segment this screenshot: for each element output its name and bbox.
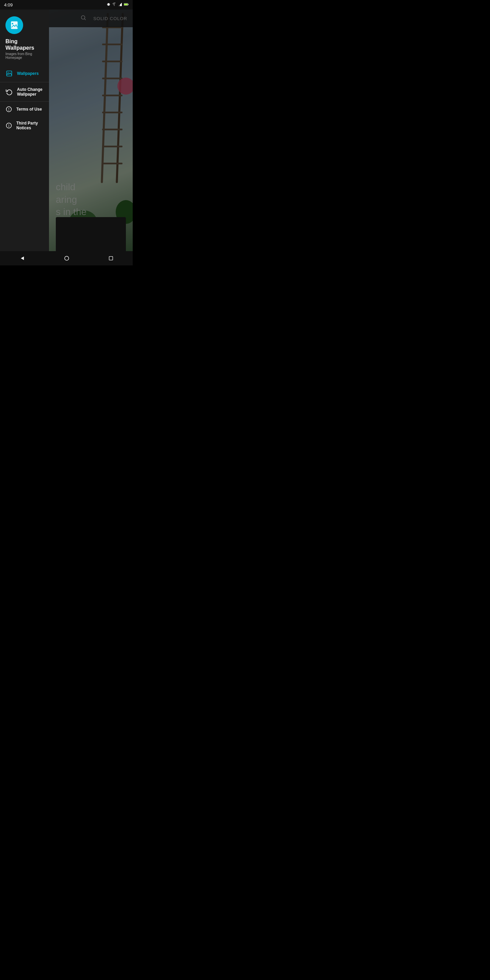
navigation-drawer: Bing Wallpapers Images from Bing Homepag… [0, 10, 49, 251]
auto-change-label: Auto Change Wallpaper [17, 87, 43, 97]
battery-icon [124, 3, 129, 7]
svg-rect-13 [7, 71, 12, 76]
svg-rect-2 [108, 3, 110, 6]
app-name: Bing Wallpapers [5, 38, 43, 51]
terms-icon [5, 106, 12, 113]
svg-rect-9 [128, 4, 129, 5]
third-party-label: Third Party Notices [16, 121, 43, 130]
drawer-header: Bing Wallpapers Images from Bing Homepag… [0, 10, 49, 65]
svg-rect-10 [124, 4, 127, 5]
bottom-navigation-bar [0, 251, 133, 266]
vibrate-icon [107, 2, 111, 7]
svg-point-22 [65, 256, 69, 260]
sidebar-item-third-party[interactable]: Third Party Notices [0, 117, 49, 134]
wallpapers-icon [5, 70, 13, 77]
sidebar-item-terms[interactable]: Terms of Use [0, 102, 49, 117]
svg-point-12 [12, 23, 14, 24]
drawer-overlay[interactable] [49, 10, 133, 251]
recents-button[interactable] [108, 256, 114, 261]
signal-icon [118, 2, 122, 7]
home-button[interactable] [64, 255, 70, 261]
svg-marker-21 [21, 256, 24, 260]
back-button[interactable] [19, 255, 25, 261]
sidebar-item-wallpapers[interactable]: Wallpapers [0, 65, 49, 82]
svg-rect-23 [109, 256, 113, 260]
sidebar-item-auto-change[interactable]: Auto Change Wallpaper [0, 82, 49, 102]
status-time: 4:09 [4, 2, 13, 8]
status-icons [107, 2, 129, 7]
svg-point-14 [8, 72, 8, 73]
terms-label: Terms of Use [16, 107, 42, 111]
third-party-icon [5, 122, 12, 129]
app-subtitle: Images from Bing Homepage [5, 52, 43, 60]
wifi-icon [112, 2, 116, 7]
svg-rect-4 [110, 4, 110, 5]
wallpapers-label: Wallpapers [17, 71, 39, 76]
status-bar: 4:09 [0, 0, 133, 10]
auto-change-icon [5, 88, 13, 95]
svg-point-5 [114, 5, 115, 6]
svg-rect-3 [107, 4, 108, 5]
app-logo [5, 16, 23, 34]
